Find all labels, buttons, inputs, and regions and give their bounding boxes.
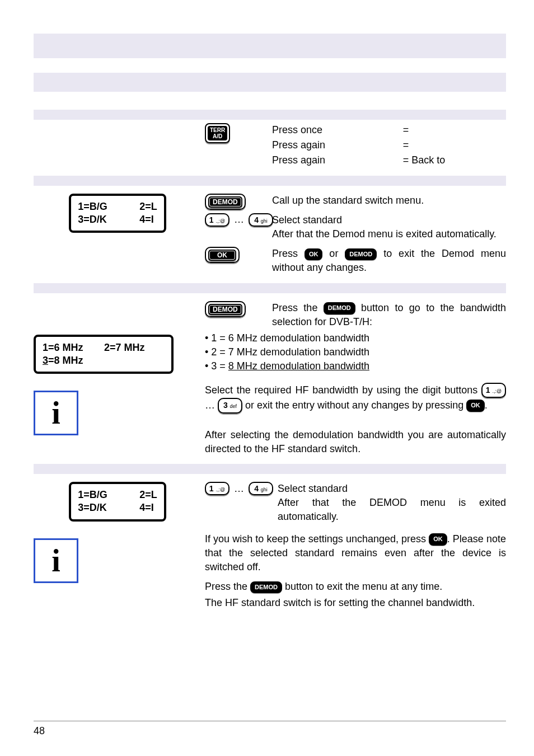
- select-standard-text: Select standard: [272, 214, 342, 226]
- d1s3: .,:@: [216, 487, 226, 492]
- lcd2-r2a-u: 3: [43, 355, 48, 366]
- info-icon-2: i: [34, 538, 78, 583]
- separator: [34, 176, 506, 186]
- ok-button[interactable]: OK: [205, 247, 240, 263]
- header-band-2: [34, 73, 506, 92]
- digit-1-sub: .,:@: [216, 218, 226, 224]
- pressthe-text: Press the: [205, 581, 250, 592]
- hf-text: The HF standard switch is for setting th…: [205, 596, 506, 610]
- press-eq1: =: [403, 123, 506, 137]
- digit-1-button-2[interactable]: 1 .,:@: [481, 383, 506, 398]
- inline-ok: OK: [305, 248, 323, 260]
- keep-pre: If you wish to keep the settings unchang…: [205, 533, 429, 544]
- select-req-text: Select the required HF bandwidth by usin…: [205, 384, 481, 395]
- digit-4-label: 4: [254, 215, 259, 224]
- digit-1-button[interactable]: 1 .,:@: [205, 213, 229, 227]
- lcd2-r1a: 1=6 MHz: [43, 341, 104, 354]
- after-text-2: After that the DEMOD menu is exited auto…: [278, 497, 506, 522]
- lcd1-r1a: 1=B/G: [78, 200, 139, 213]
- page-number: 48: [34, 725, 45, 737]
- select-standard-text-2: Select standard: [278, 483, 348, 494]
- lcd3-r2a: 3=D/K: [78, 501, 139, 514]
- after-select-text: After selecting the demodulation bandwid…: [205, 428, 506, 456]
- or-text: or: [322, 248, 345, 259]
- d4l2: 4: [254, 484, 259, 493]
- digit-1-label: 1: [209, 215, 214, 224]
- press-eq2: =: [403, 138, 506, 152]
- demod-label: DEMOD: [208, 196, 242, 208]
- demod-button-2[interactable]: DEMOD: [205, 301, 246, 317]
- terr-label-2: A/D: [213, 133, 222, 139]
- after-text-1: After that the Demod menu is exited auto…: [272, 228, 496, 240]
- separator: [34, 283, 506, 293]
- section-terr: TERR A/D Press once = Press again = Pres…: [34, 123, 506, 168]
- demod-button[interactable]: DEMOD: [205, 194, 246, 210]
- press-the-text: Press the: [272, 302, 324, 313]
- section-bandwidth: 1=6 MHz2=7 MHz 3=8 MHz i DEMOD Press the…: [34, 301, 506, 457]
- lcd1-r2b: 4=I: [139, 213, 154, 226]
- info-icon: i: [34, 391, 78, 435]
- press-again-2: Press again: [272, 153, 386, 167]
- period: .: [485, 400, 488, 411]
- exitmenu-text: button to exit the menu at any time.: [282, 581, 442, 592]
- callup-text: Call up the standard switch menu.: [272, 194, 506, 208]
- bullet-1: • 1 = 6 MHz demodulation bandwidth: [205, 331, 506, 345]
- bullet-3: • 3 = 8 MHz demodulation bandwidth: [205, 359, 506, 373]
- press-again-1: Press again: [272, 138, 386, 152]
- lcd1-r2a: 3=D/K: [78, 213, 139, 226]
- lcd-display-3: 1=B/G2=L 3=D/K4=I: [69, 482, 166, 522]
- footer-rule: [34, 721, 506, 721]
- separator: [34, 464, 506, 474]
- inline-demod-2: DEMOD: [324, 302, 355, 314]
- lcd3-r1b: 2=L: [139, 489, 157, 501]
- lcd-display-1: 1=B/G2=L 3=D/K4=I: [69, 194, 166, 233]
- press-grid: Press once = Press again = Press again =…: [272, 123, 506, 168]
- digit-4-sub: ghi: [261, 218, 268, 224]
- inline-demod-3: DEMOD: [250, 581, 282, 593]
- lcd2-r1b: 2=7 MHz: [104, 341, 145, 354]
- inline-ok-2: OK: [466, 400, 485, 411]
- terr-ad-button[interactable]: TERR A/D: [205, 123, 230, 143]
- d3l: 3: [223, 401, 228, 410]
- ellipsis: …: [234, 214, 244, 226]
- d3s: def: [230, 403, 237, 409]
- digit-3-button[interactable]: 3 def: [218, 398, 242, 414]
- terr-label-1: TERR: [210, 127, 225, 133]
- bullet-2: • 2 = 7 MHz demodulation bandwidth: [205, 345, 506, 359]
- ok-label: OK: [208, 250, 236, 261]
- lcd-display-2: 1=6 MHz2=7 MHz 3=8 MHz: [34, 335, 174, 374]
- section-standard-2: 1=B/G2=L 3=D/K4=I i 1 .,:@ … 4 ghi Selec…: [34, 482, 506, 611]
- press-once: Press once: [272, 123, 386, 137]
- lcd3-r1a: 1=B/G: [78, 489, 139, 501]
- ellipsis-2: …: [205, 400, 215, 411]
- inline-demod: DEMOD: [345, 248, 377, 260]
- header-band-1: [34, 34, 506, 58]
- d1s: .,:@: [493, 388, 502, 394]
- header-band-3: [34, 110, 506, 120]
- d4s2: ghi: [261, 487, 268, 492]
- d1l: 1: [486, 386, 490, 395]
- demod-label-2: DEMOD: [208, 304, 242, 315]
- digit-4-button[interactable]: 4 ghi: [249, 213, 273, 227]
- ellipsis-3: …: [234, 483, 244, 495]
- digit-4-button-2[interactable]: 4 ghi: [249, 482, 273, 495]
- press-eq3: = Back to: [403, 153, 506, 167]
- section-standard-1: 1=B/G2=L 3=D/K4=I DEMOD Call up the stan…: [34, 194, 506, 275]
- lcd2-r2a-r: =8 MHz: [48, 355, 83, 366]
- inline-ok-3: OK: [429, 533, 447, 545]
- lcd1-r1b: 2=L: [139, 200, 157, 213]
- lcd3-r2b: 4=I: [139, 501, 154, 514]
- orexit-text: or exit the entry without any changes by…: [245, 400, 466, 411]
- digit-1-button-3[interactable]: 1 .,:@: [205, 482, 229, 495]
- press-text: Press: [272, 248, 305, 259]
- d1l3: 1: [209, 484, 214, 493]
